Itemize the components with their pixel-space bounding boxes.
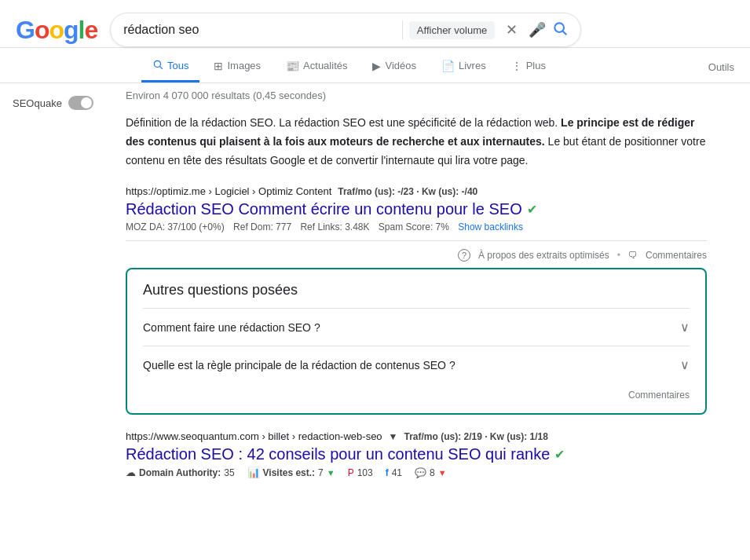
- bottom-actions: ? À propos des extraits optimisés • 🗨 Co…: [126, 249, 707, 262]
- result2-title-link[interactable]: Rédaction SEO : 42 conseils pour un cont…: [126, 445, 707, 463]
- logo-o1: o: [35, 16, 49, 44]
- faq-title: Autres questions posées: [143, 282, 690, 298]
- tab-tous-label: Tous: [167, 60, 188, 71]
- search-divider: [402, 20, 403, 39]
- result2-domain-authority: ☁ Domain Authority: 35: [126, 467, 235, 478]
- result2-traf: Traf/mo (us): 2/19 · Kw (us): 1/18: [404, 431, 547, 442]
- tab-images-label: Images: [227, 60, 261, 71]
- visites-label: Visites est.:: [263, 467, 315, 478]
- result1-title: Rédaction SEO Comment écrire un contenu …: [126, 200, 522, 218]
- result2-check: ✔: [554, 447, 565, 462]
- seoquake-toggle[interactable]: SEOquake: [13, 96, 113, 110]
- chevron-down-icon-1: ∨: [680, 320, 690, 335]
- result1-check: ✔: [527, 202, 537, 217]
- toggle-switch[interactable]: [68, 96, 93, 110]
- svg-point-0: [555, 23, 565, 32]
- result2-facebook: f 41: [386, 467, 402, 478]
- nav-tabs: Tous ⊞ Images 📰 Actualités ▶ Vidéos 📄 Li…: [0, 51, 750, 82]
- result1-ref-links: Ref Links: 3.48K: [300, 221, 369, 232]
- videos-icon: ▶: [372, 60, 381, 72]
- results-count: Environ 4 070 000 résultats (0,45 second…: [126, 90, 707, 101]
- comment-arrow: ▼: [438, 468, 447, 478]
- logo-e: e: [84, 16, 97, 44]
- logo-g1: G: [16, 16, 35, 44]
- result1-title-link[interactable]: Rédaction SEO Comment écrire un contenu …: [126, 200, 707, 218]
- result-1: https://optimiz.me › Logiciel › Optimiz …: [126, 185, 707, 232]
- extraits-optimises-text[interactable]: À propos des extraits optimisés: [478, 250, 609, 261]
- svg-line-1: [563, 31, 567, 35]
- comment-value: 8: [430, 467, 435, 478]
- tab-videos[interactable]: ▶ Vidéos: [361, 52, 427, 82]
- result-2: https://www.seoquantum.com › billet › re…: [126, 430, 707, 478]
- commentaires-text[interactable]: Commentaires: [646, 250, 707, 261]
- google-logo: Google: [16, 16, 97, 45]
- faq-item-1[interactable]: Comment faire une rédaction SEO ? ∨: [143, 308, 690, 346]
- search-button[interactable]: [552, 20, 568, 40]
- tab-livres-label: Livres: [459, 60, 486, 71]
- visites-arrow: ▼: [327, 468, 335, 478]
- chevron-down-icon-2: ∨: [680, 357, 690, 372]
- result2-url-row: https://www.seoquantum.com › billet › re…: [126, 430, 707, 442]
- faq-question-2: Quelle est la règle principale de la réd…: [143, 359, 455, 372]
- result2-pinterest: P 103: [348, 467, 373, 478]
- plus-icon: ⋮: [511, 60, 522, 72]
- tab-actualites[interactable]: 📰 Actualités: [275, 52, 358, 82]
- outils-button[interactable]: Outils: [708, 53, 750, 81]
- tous-icon: [152, 59, 163, 72]
- actualites-icon: 📰: [286, 60, 299, 72]
- afficher-volume-button[interactable]: Afficher volume: [409, 21, 495, 39]
- search-bar: Afficher volume ✕ 🎤: [110, 13, 581, 47]
- seoquake-label: SEOquake: [13, 97, 62, 109]
- tab-livres[interactable]: 📄 Livres: [430, 52, 497, 82]
- result1-ref-dom: Ref Dom: 777: [233, 221, 291, 232]
- svg-point-2: [154, 60, 160, 67]
- result1-spam: Spam Score: 7%: [379, 221, 449, 232]
- result1-moz: MOZ DA: 37/100 (+0%): [126, 221, 225, 232]
- fb-value: 41: [392, 467, 402, 478]
- clear-icon[interactable]: ✕: [501, 20, 522, 40]
- main: SEOquake Environ 4 070 000 résultats (0,…: [0, 83, 750, 494]
- tab-videos-label: Vidéos: [385, 60, 416, 71]
- result2-meta: ☁ Domain Authority: 35 📊 Visites est.: 7…: [126, 467, 707, 478]
- tab-images[interactable]: ⊞ Images: [203, 52, 272, 82]
- tab-actualites-label: Actualités: [303, 60, 347, 71]
- comment-bubble-icon: 💬: [415, 467, 426, 478]
- visites-value: 7: [318, 467, 324, 478]
- info-circle-icon: ?: [458, 249, 470, 262]
- svg-line-3: [160, 67, 163, 69]
- faq-question-1: Comment faire une rédaction SEO ?: [143, 321, 320, 334]
- result2-visites: 📊 Visites est.: 7 ▼: [247, 467, 335, 478]
- faq-commentaires[interactable]: Commentaires: [143, 390, 690, 401]
- facebook-icon: f: [386, 467, 389, 478]
- header: Google Afficher volume ✕ 🎤: [0, 0, 750, 48]
- result2-comments: 💬 8 ▼: [415, 467, 447, 478]
- content: Environ 4 070 000 résultats (0,45 second…: [126, 83, 723, 494]
- logo-o2: o: [49, 16, 64, 44]
- mic-icon[interactable]: 🎤: [529, 21, 546, 38]
- faq-box: Autres questions posées Comment faire un…: [126, 268, 707, 415]
- visites-icon: 📊: [247, 467, 260, 478]
- comment-icon: 🗨: [628, 250, 638, 261]
- result2-title: Rédaction SEO : 42 conseils pour un cont…: [126, 445, 550, 463]
- divider-1: [126, 240, 707, 241]
- logo-g2: g: [64, 16, 79, 44]
- separator-dot: •: [617, 250, 620, 261]
- pinterest-icon: P: [348, 467, 354, 478]
- result2-url: https://www.seoquantum.com › billet › re…: [126, 430, 382, 442]
- result1-traf: Traf/mo (us): -/23 · Kw (us): -/40: [338, 186, 477, 197]
- cloud-icon: ☁: [126, 467, 136, 478]
- result1-url: https://optimiz.me › Logiciel › Optimiz …: [126, 185, 331, 197]
- tab-plus-label: Plus: [526, 60, 546, 71]
- result1-meta: MOZ DA: 37/100 (+0%) Ref Dom: 777 Ref Li…: [126, 221, 707, 232]
- domain-authority-label: Domain Authority:: [139, 467, 221, 478]
- search-input[interactable]: [123, 23, 396, 37]
- tab-plus[interactable]: ⋮ Plus: [500, 52, 557, 82]
- sidebar: SEOquake: [0, 83, 126, 494]
- images-icon: ⊞: [214, 60, 223, 72]
- definition-box: Définition de la rédaction SEO. La rédac…: [126, 114, 707, 170]
- faq-item-2[interactable]: Quelle est la règle principale de la réd…: [143, 346, 690, 383]
- definition-text-1: Définition de la rédaction SEO. La rédac…: [126, 116, 561, 129]
- result1-url-row: https://optimiz.me › Logiciel › Optimiz …: [126, 185, 707, 197]
- result1-backlinks[interactable]: Show backlinks: [458, 221, 523, 232]
- tab-tous[interactable]: Tous: [141, 51, 199, 82]
